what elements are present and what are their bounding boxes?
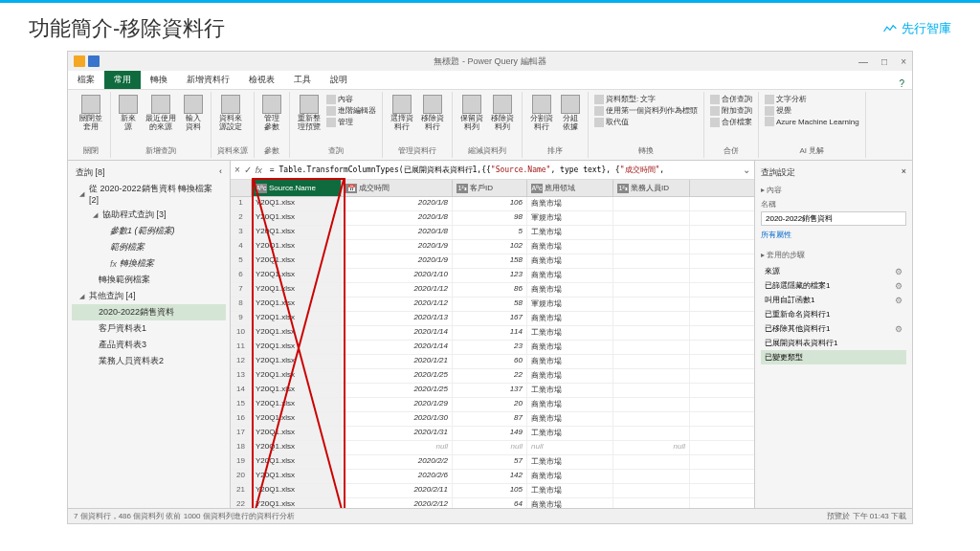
save-icon[interactable] xyxy=(88,55,100,67)
formula-check-icon[interactable]: ✓ xyxy=(244,165,252,175)
help-icon[interactable]: ? xyxy=(899,78,904,89)
ribbon-small-8-0[interactable]: 資料類型: 文字 xyxy=(594,94,698,104)
col-header-3[interactable]: Aᴮc應用領域 xyxy=(527,180,613,196)
ribbon-btn-2-0[interactable]: 資料來 源設定 xyxy=(217,94,244,133)
step-5[interactable]: 已展開資料表資料行1 xyxy=(761,336,906,350)
ribbon-small-8-2[interactable]: 取代值 xyxy=(594,117,698,127)
col-header-1[interactable]: 📅成交時間 xyxy=(342,180,453,196)
tree-item-4[interactable]: fx轉換檔案 xyxy=(72,255,226,272)
table-row[interactable]: 16Y20Q1.xlsx2020/1/3087商業市場 xyxy=(231,412,754,427)
formula-close-icon[interactable]: × xyxy=(234,165,240,175)
all-properties-link[interactable]: 所有屬性 xyxy=(761,230,906,240)
ribbon-small-9-2[interactable]: 合併檔案 xyxy=(710,117,752,127)
gear-icon[interactable]: ⚙ xyxy=(895,324,902,334)
step-4[interactable]: 已移除其他資料行1⚙ xyxy=(761,321,906,336)
maximize-button[interactable]: □ xyxy=(881,56,887,67)
settings-close-icon[interactable]: × xyxy=(902,166,906,179)
ribbon-btn-5-0[interactable]: 選擇資 料行 xyxy=(389,94,415,133)
ribbon-btn-6-0[interactable]: 保留資 料列 xyxy=(458,94,485,133)
step-2[interactable]: 叫用自訂函數1⚙ xyxy=(761,293,906,307)
menu-tab-1[interactable]: 常用 xyxy=(104,71,141,89)
step-3[interactable]: 已重新命名資料行1 xyxy=(761,307,906,321)
step-6[interactable]: 已變更類型 xyxy=(761,350,906,364)
tree-item-9[interactable]: 產品資料表3 xyxy=(72,337,226,353)
table-row[interactable]: 7Y20Q1.xlsx2020/1/1286商業市場 xyxy=(231,283,754,298)
ribbon-btn-1-0[interactable]: 新來 源 xyxy=(117,94,140,133)
ribbon-small-9-0[interactable]: 合併查詢 xyxy=(710,94,752,104)
table-row[interactable]: 19Y20Q1.xlsx2020/2/257工業市場 xyxy=(231,455,754,470)
cell: 2020/2/12 xyxy=(342,498,453,508)
ribbon-btn-7-1[interactable]: 分組 依據 xyxy=(559,94,582,133)
menu-tab-2[interactable]: 轉換 xyxy=(141,71,177,89)
ribbon-small-4-2[interactable]: 管理 xyxy=(326,117,376,127)
formula-input[interactable]: = Table.TransformColumnTypes(已展開資料表資料行1,… xyxy=(266,164,739,176)
table-row[interactable]: 6Y20Q1.xlsx2020/1/10123商業市場 xyxy=(231,269,754,283)
close-button[interactable]: × xyxy=(901,56,906,67)
table-row[interactable]: 12Y20Q1.xlsx2020/1/2160商業市場 xyxy=(231,355,754,369)
col-header-4[interactable]: 1²₃業務人員ID xyxy=(613,180,690,196)
ribbon-small-9-1[interactable]: 附加查詢 xyxy=(710,105,752,116)
ribbon-small-4-0[interactable]: 內容 xyxy=(326,94,376,104)
menu-tab-3[interactable]: 新增資料行 xyxy=(177,71,239,89)
table-row[interactable]: 9Y20Q1.xlsx2020/1/13167商業市場 xyxy=(231,312,754,326)
gear-icon[interactable]: ⚙ xyxy=(895,267,902,276)
ribbon-btn-6-1[interactable]: 移除資 料列 xyxy=(489,94,516,133)
collapse-icon[interactable]: ‹ xyxy=(219,166,222,179)
tree-item-10[interactable]: 業務人員資料表2 xyxy=(72,353,226,369)
row-number: 1 xyxy=(231,197,252,210)
gear-icon[interactable]: ⚙ xyxy=(895,296,902,305)
ribbon-small-10-0[interactable]: 文字分析 xyxy=(765,94,859,104)
menu-tab-0[interactable]: 檔案 xyxy=(68,71,104,89)
tree-item-6[interactable]: 其他查詢 [4] xyxy=(72,288,226,304)
ribbon-small-10-2[interactable]: Azure Machine Learning xyxy=(765,117,859,126)
ribbon-btn-7-0[interactable]: 分割資 料行 xyxy=(528,94,555,133)
tree-item-2[interactable]: 參數1 (範例檔案) xyxy=(72,223,226,239)
table-row[interactable]: 3Y20Q1.xlsx2020/1/85工業市場 xyxy=(231,226,754,240)
ribbon-btn-1-1[interactable]: 最近使用 的來源 xyxy=(144,94,178,133)
ribbon-btn-3-0[interactable]: 管理 參數 xyxy=(260,94,283,133)
menu-tab-6[interactable]: 說明 xyxy=(321,71,357,89)
tree-item-0[interactable]: 從 2020-2022銷售資料 轉換檔案 [2] xyxy=(72,181,226,207)
tree-item-8[interactable]: 客戶資料表1 xyxy=(72,320,226,337)
cell xyxy=(613,269,690,282)
step-0[interactable]: 來源⚙ xyxy=(761,264,906,278)
tree-item-5[interactable]: 轉換範例檔案 xyxy=(72,272,226,288)
table-row[interactable]: 20Y20Q1.xlsx2020/2/6142商業市場 xyxy=(231,470,754,484)
table-row[interactable]: 22Y20Q1.xlsx2020/2/1264商業市場 xyxy=(231,498,754,508)
step-1[interactable]: 已篩選隱藏的檔案1⚙ xyxy=(761,278,906,293)
menu-tab-5[interactable]: 工具 xyxy=(284,71,321,89)
ribbon-small-8-1[interactable]: 使用第一個資料列作為標頭 xyxy=(594,105,698,116)
table-row[interactable]: 8Y20Q1.xlsx2020/1/1258軍規市場 xyxy=(231,298,754,312)
ribbon-btn-1-2[interactable]: 輸入 資料 xyxy=(182,94,205,133)
table-row[interactable]: 4Y20Q1.xlsx2020/1/9102商業市場 xyxy=(231,240,754,254)
tree-item-3[interactable]: 範例檔案 xyxy=(72,239,226,255)
ribbon-btn-5-1[interactable]: 移除資 料行 xyxy=(419,94,446,133)
table-row[interactable]: 17Y20Q1.xlsx2020/1/31149工業市場 xyxy=(231,427,754,441)
col-header-0[interactable]: AᴮcSource.Name xyxy=(252,180,342,196)
ribbon-btn-label: 重新整 理預覽 xyxy=(298,115,321,132)
table-row[interactable]: 18Y20Q1.xlsxnullnullnullnull xyxy=(231,441,754,455)
table-row[interactable]: 1Y20Q1.xlsx2020/1/8106商業市場 xyxy=(231,197,754,211)
menu-tab-4[interactable]: 檢視表 xyxy=(239,71,284,89)
table-row[interactable]: 11Y20Q1.xlsx2020/1/1423商業市場 xyxy=(231,341,754,355)
ribbon-small-10-1[interactable]: 視覺 xyxy=(765,105,859,116)
ribbon-small-4-1[interactable]: 進階編輯器 xyxy=(326,105,376,116)
ribbon-btn-0-0[interactable]: 關閉並 套用 xyxy=(78,94,104,133)
tree-item-1[interactable]: 協助程式查詢 [3] xyxy=(72,207,226,223)
table-row[interactable]: 5Y20Q1.xlsx2020/1/9158商業市場 xyxy=(231,254,754,269)
table-row[interactable]: 15Y20Q1.xlsx2020/1/2920商業市場 xyxy=(231,398,754,412)
tree-item-7[interactable]: 2020-2022銷售資料 xyxy=(72,304,226,320)
formula-bar: × ✓ fx = Table.TransformColumnTypes(已展開資… xyxy=(231,161,754,180)
grid-body[interactable]: 1Y20Q1.xlsx2020/1/8106商業市場2Y20Q1.xlsx202… xyxy=(231,197,754,508)
table-row[interactable]: 14Y20Q1.xlsx2020/1/25137工業市場 xyxy=(231,384,754,398)
table-row[interactable]: 2Y20Q1.xlsx2020/1/898軍規市場 xyxy=(231,211,754,226)
table-row[interactable]: 13Y20Q1.xlsx2020/1/2522商業市場 xyxy=(231,369,754,384)
col-header-2[interactable]: 1²₃客戶ID xyxy=(453,180,527,196)
table-row[interactable]: 10Y20Q1.xlsx2020/1/14114工業市場 xyxy=(231,326,754,341)
minimize-button[interactable]: — xyxy=(858,56,868,67)
ribbon-btn-4-0[interactable]: 重新整 理預覽 xyxy=(296,94,323,133)
formula-expand-icon[interactable]: ⌄ xyxy=(743,165,750,175)
query-name-input[interactable] xyxy=(761,211,906,226)
gear-icon[interactable]: ⚙ xyxy=(895,281,902,291)
table-row[interactable]: 21Y20Q1.xlsx2020/2/11105工業市場 xyxy=(231,484,754,498)
